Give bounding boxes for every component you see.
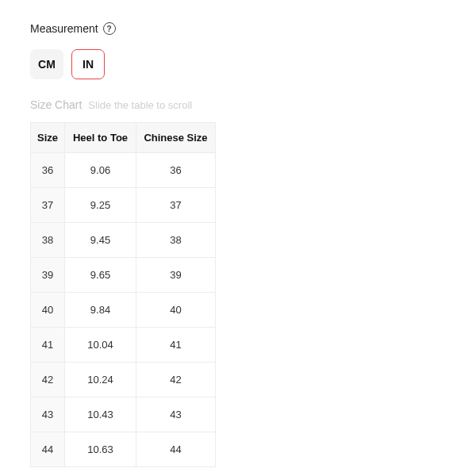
cell-heel-to-toe: 9.65 [65,258,136,293]
cell-size: 39 [31,258,65,293]
cell-heel-to-toe: 10.04 [65,328,136,363]
cell-size: 43 [31,397,65,432]
cell-size: 38 [31,223,65,258]
help-icon[interactable]: ? [103,22,116,35]
table-row: 4110.0441 [31,328,216,363]
cell-chinese-size: 38 [136,223,216,258]
cell-chinese-size: 41 [136,328,216,363]
unit-in-button[interactable]: IN [71,49,105,79]
cell-heel-to-toe: 10.24 [65,363,136,397]
size-chart-table[interactable]: Size Heel to Toe Chinese Size 369.063637… [30,122,216,467]
table-header-row: Size Heel to Toe Chinese Size [31,123,216,153]
col-chinese-size: Chinese Size [136,123,216,153]
table-row: 409.8440 [31,293,216,328]
cell-chinese-size: 42 [136,363,216,397]
table-row: 379.2537 [31,188,216,223]
table-row: 4210.2442 [31,363,216,397]
cell-heel-to-toe: 10.43 [65,397,136,432]
unit-toggle: CM IN [30,49,476,79]
unit-cm-button[interactable]: CM [30,49,63,79]
measurement-header: Measurement ? [30,22,476,35]
cell-size: 36 [31,153,65,188]
col-heel-to-toe: Heel to Toe [65,123,136,153]
cell-size: 40 [31,293,65,328]
cell-heel-to-toe: 9.84 [65,293,136,328]
measurement-label: Measurement [30,22,98,35]
cell-chinese-size: 40 [136,293,216,328]
col-size: Size [31,123,65,153]
cell-chinese-size: 37 [136,188,216,223]
cell-size: 41 [31,328,65,363]
table-row: 389.4538 [31,223,216,258]
cell-heel-to-toe: 9.06 [65,153,136,188]
table-row: 4410.6344 [31,432,216,467]
size-chart-header: Size Chart Slide the table to scroll [30,98,476,111]
size-chart-hint: Slide the table to scroll [88,99,192,111]
table-row: 369.0636 [31,153,216,188]
cell-chinese-size: 39 [136,258,216,293]
cell-heel-to-toe: 9.25 [65,188,136,223]
cell-heel-to-toe: 10.63 [65,432,136,467]
table-row: 399.6539 [31,258,216,293]
cell-heel-to-toe: 9.45 [65,223,136,258]
size-chart-title: Size Chart [30,98,82,111]
cell-size: 37 [31,188,65,223]
cell-chinese-size: 43 [136,397,216,432]
cell-chinese-size: 44 [136,432,216,467]
cell-size: 44 [31,432,65,467]
table-row: 4310.4343 [31,397,216,432]
cell-chinese-size: 36 [136,153,216,188]
cell-size: 42 [31,363,65,397]
